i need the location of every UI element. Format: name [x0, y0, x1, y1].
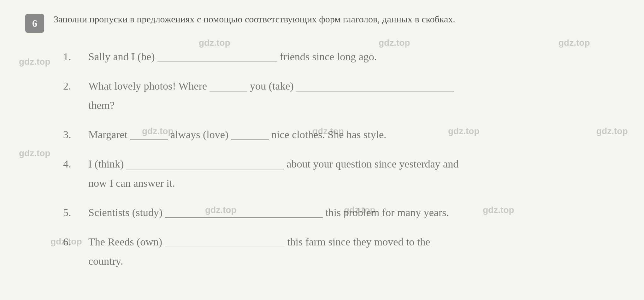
- item-number-3: 3.: [63, 126, 88, 143]
- text-4-before: I (think): [88, 156, 124, 172]
- text-5-after: this problem for many years.: [325, 204, 449, 221]
- blank-1: [157, 62, 277, 62]
- exercise-item-4: 4. I (think) about your question since y…: [63, 156, 619, 191]
- item-content-6: The Reeds (own) this farm since they mov…: [88, 234, 619, 269]
- page: gdz.top gdz.top gdz.top gdz.top gdz.top …: [0, 0, 644, 300]
- instruction: Заполни пропуски в предложениях с помощь…: [54, 13, 619, 26]
- blank-2a: [210, 91, 247, 91]
- text-2-cont: them?: [88, 99, 115, 111]
- item-2-line2: them?: [88, 97, 619, 113]
- exercise-item-6: 6. The Reeds (own) this farm since they …: [63, 234, 619, 269]
- text-6-after: this farm since they moved to the: [287, 234, 430, 250]
- header-row: 6 Заполни пропуски в предложениях с помо…: [25, 13, 619, 33]
- text-3-middle: always (love): [170, 126, 228, 143]
- item-number-2: 2.: [63, 78, 88, 94]
- item-number-6: 6.: [63, 234, 88, 250]
- blank-5: [165, 217, 323, 218]
- blank-3a: [130, 139, 168, 140]
- blank-2b: [296, 91, 454, 91]
- text-2-before: What lovely photos! Where: [88, 78, 207, 94]
- item-content-5: Scientists (study) this problem for many…: [88, 204, 619, 221]
- exercise-item-1: 1. Sally and I (be) friends since long a…: [63, 49, 619, 65]
- exercises-container: 1. Sally and I (be) friends since long a…: [25, 49, 619, 269]
- item-content-4: I (think) about your question since yest…: [88, 156, 619, 191]
- blank-3b: [231, 139, 269, 140]
- item-4-line2: now I can answer it.: [88, 175, 619, 191]
- blank-6: [165, 247, 285, 247]
- exercise-item-5: 5. Scientists (study) this problem for m…: [63, 204, 619, 221]
- watermark-4: gdz.top: [558, 38, 590, 48]
- item-content-2: What lovely photos! Where you (take) the…: [88, 78, 619, 113]
- exercise-item-2: 2. What lovely photos! Where you (take) …: [63, 78, 619, 113]
- item-content-1: Sally and I (be) friends since long ago.: [88, 49, 619, 65]
- item-number-5: 5.: [63, 204, 88, 221]
- watermark-2: gdz.top: [199, 38, 230, 48]
- exercise-number: 6: [25, 14, 44, 33]
- text-3-before: Margaret: [88, 126, 127, 143]
- text-3-after: nice clothes. She has style.: [271, 126, 386, 143]
- exercise-item-3: 3. Margaret always (love) nice clothes. …: [63, 126, 619, 143]
- text-6-cont: country.: [88, 255, 123, 267]
- item-number-1: 1.: [63, 49, 88, 65]
- watermark-3: gdz.top: [379, 38, 410, 48]
- item-content-3: Margaret always (love) nice clothes. She…: [88, 126, 619, 143]
- text-4-cont: now I can answer it.: [88, 177, 175, 189]
- item-number-4: 4.: [63, 156, 88, 172]
- text-2-middle: you (take): [250, 78, 294, 94]
- blank-4: [126, 169, 284, 169]
- text-1-before: Sally and I (be): [88, 49, 155, 65]
- item-6-line2: country.: [88, 253, 619, 269]
- text-4-after: about your question since yesterday and: [287, 156, 458, 172]
- text-1-after: friends since long ago.: [280, 49, 377, 65]
- text-5-before: Scientists (study): [88, 204, 162, 221]
- text-6-before: The Reeds (own): [88, 234, 162, 250]
